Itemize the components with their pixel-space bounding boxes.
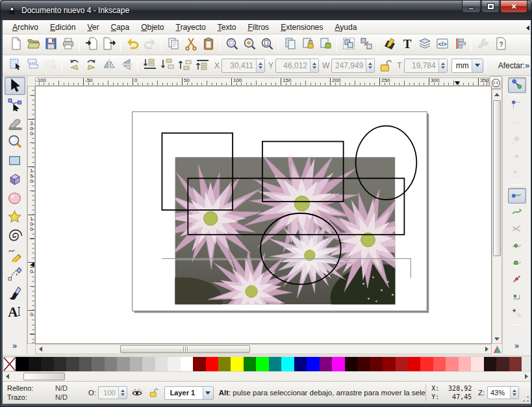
menu-texto[interactable]: Texto [212, 21, 242, 34]
new-document-button[interactable] [6, 36, 24, 53]
zoom-spinbox[interactable]: 43% [487, 386, 519, 399]
select-all-layers-button[interactable] [24, 57, 42, 74]
flip-horizontal-button[interactable] [100, 57, 118, 74]
spiral-tool-button[interactable] [5, 228, 25, 246]
current-layer-dropdown[interactable]: Layer 1 [164, 386, 214, 400]
palette-swatch[interactable] [281, 357, 294, 371]
layers-dialog-button[interactable] [416, 36, 433, 53]
palette-swatch[interactable] [105, 357, 117, 371]
zoom-spin-arrows[interactable] [510, 387, 518, 399]
snap-toolbar-overflow-chevron[interactable]: » [503, 341, 531, 350]
vertical-ruler[interactable]: 200150100500 [27, 86, 35, 344]
ellipse-tool-button[interactable] [5, 190, 25, 208]
rotate-cw-button[interactable] [82, 57, 100, 74]
xml-editor-button[interactable]: </> [433, 36, 451, 53]
menu-filtros[interactable]: Filtros [242, 21, 275, 34]
palette-swatch[interactable] [92, 357, 104, 371]
pencil-tool-button[interactable] [5, 246, 25, 265]
snap-paths-button[interactable] [508, 205, 526, 220]
palette-swatch[interactable] [383, 357, 395, 371]
cut-button[interactable] [182, 36, 199, 53]
tweak-tool-button[interactable] [5, 114, 25, 133]
snap-object-centers-button[interactable] [508, 289, 526, 305]
copy-button[interactable] [164, 36, 182, 53]
palette-swatch[interactable] [41, 357, 53, 371]
flip-vertical-button[interactable] [118, 57, 135, 74]
unit-dropdown-arrow[interactable] [472, 59, 483, 72]
snap-cusp-nodes-button[interactable] [508, 239, 526, 254]
text-tool-button[interactable]: A [5, 303, 25, 321]
layer-lock-button[interactable] [147, 386, 161, 400]
palette-swatch[interactable] [29, 357, 41, 371]
menu-ver[interactable]: Ver [81, 21, 105, 34]
palette-swatch[interactable] [16, 357, 28, 371]
scroll-right-arrow[interactable] [482, 345, 491, 354]
zoom-page-button[interactable] [258, 36, 275, 53]
duplicate-button[interactable] [281, 36, 299, 53]
minimize-button[interactable] [462, 1, 481, 13]
snap-bbox-button[interactable] [508, 99, 526, 114]
snap-midpoints-button[interactable] [508, 272, 526, 288]
palette-swatch[interactable] [433, 357, 446, 371]
3dbox-tool-button[interactable] [5, 171, 25, 189]
layer-dropdown-arrow[interactable] [203, 387, 213, 399]
document-properties-button[interactable]: ? [492, 36, 509, 53]
maximize-button[interactable] [481, 1, 500, 13]
scroll-up-arrow[interactable] [492, 90, 501, 99]
node-tool-button[interactable] [5, 96, 25, 114]
lower-button[interactable] [158, 57, 176, 74]
bezier-tool-button[interactable] [5, 265, 25, 283]
palette-swatch[interactable] [54, 357, 66, 371]
tool-options-overflow-chevron[interactable]: » [525, 60, 529, 70]
snap-nodes-button[interactable] [508, 188, 526, 203]
scroll-down-arrow[interactable] [492, 334, 501, 343]
palette-swatch[interactable] [294, 357, 307, 371]
drawing-canvas[interactable] [35, 86, 492, 344]
horizontal-scrollbar[interactable] [35, 344, 492, 354]
color-managed-display-toggle[interactable] [492, 344, 502, 354]
lock-ratio-button[interactable] [378, 58, 394, 73]
fill-stroke-button[interactable] [381, 36, 398, 53]
palette-swatch[interactable] [420, 357, 433, 371]
palette-overflow-arrow[interactable] [526, 25, 529, 31]
palette-swatch[interactable] [181, 357, 193, 371]
menu-objeto[interactable]: Objeto [135, 21, 170, 34]
palette-swatch[interactable] [206, 357, 218, 371]
scroll-left-arrow[interactable] [36, 345, 45, 354]
menu-extensiones[interactable]: Extensiones [275, 21, 329, 34]
raise-to-top-button[interactable] [194, 57, 211, 74]
window-resize-grip[interactable] [522, 382, 531, 404]
palette-scroll-right-arrow[interactable] [522, 372, 531, 381]
unit-dropdown[interactable]: mm [451, 59, 483, 73]
create-clone-button[interactable] [299, 36, 316, 53]
palette-swatch[interactable] [471, 357, 483, 371]
palette-swatch[interactable] [459, 357, 471, 371]
palette-swatch[interactable] [496, 357, 509, 371]
palette-swatch[interactable] [408, 357, 420, 371]
selector-tool-button[interactable] [5, 77, 25, 95]
undo-button[interactable] [123, 36, 141, 53]
rectangle-tool-button[interactable] [5, 152, 25, 170]
zoom-selection-button[interactable] [223, 36, 240, 53]
menu-edicion[interactable]: Edición [44, 21, 81, 34]
palette-swatch[interactable] [320, 357, 332, 371]
title-bar[interactable]: Documento nuevo 4 - Inkscape ✕ [1, 1, 532, 20]
palette-swatch[interactable] [396, 357, 408, 371]
snap-intersections-button[interactable] [508, 222, 526, 237]
palette-swatch[interactable] [357, 357, 370, 371]
palette-scroll-left-arrow[interactable] [3, 372, 12, 381]
palette-swatch[interactable] [269, 357, 281, 371]
unlink-clone-button[interactable] [316, 36, 334, 53]
palette-swatch[interactable] [332, 357, 344, 371]
save-document-button[interactable] [42, 36, 59, 53]
align-dialog-button[interactable] [451, 36, 468, 53]
paste-button[interactable] [199, 36, 217, 53]
raise-button[interactable] [176, 57, 194, 74]
palette-swatch[interactable] [370, 357, 383, 371]
print-document-button[interactable] [59, 36, 77, 53]
palette-swatch-none[interactable] [3, 357, 16, 371]
horizontal-ruler[interactable]: -100-50050100150200250300350 [35, 77, 489, 86]
palette-swatch[interactable] [142, 357, 155, 371]
snap-smooth-nodes-button[interactable] [508, 256, 526, 271]
palette-swatch[interactable] [484, 357, 496, 371]
